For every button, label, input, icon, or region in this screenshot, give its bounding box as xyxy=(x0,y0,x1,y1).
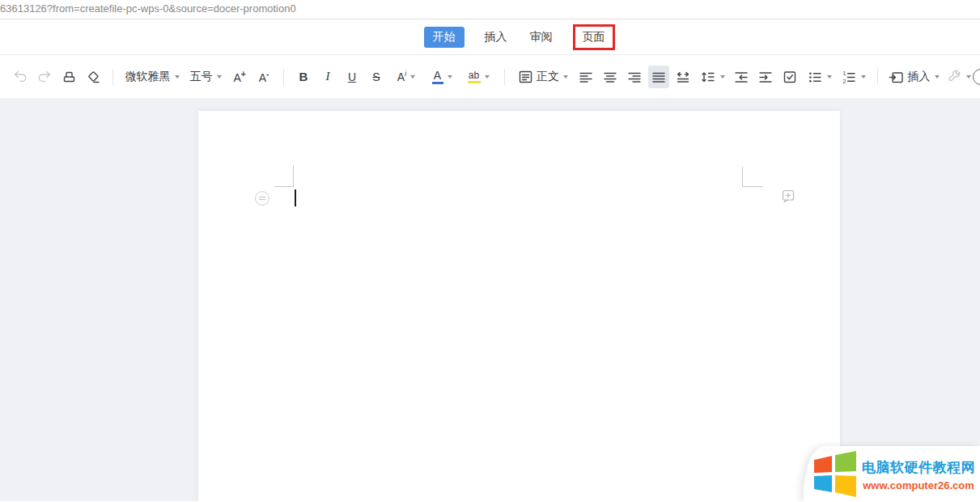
numbered-list-icon: 1 2 xyxy=(841,70,857,84)
line-spacing-icon xyxy=(700,70,716,84)
align-right-button[interactable] xyxy=(624,66,645,88)
bullet-list-button[interactable] xyxy=(804,66,834,88)
chevron-down-icon xyxy=(720,75,725,79)
add-comment-button[interactable] xyxy=(782,189,795,206)
underline-icon: U xyxy=(348,70,356,83)
text-cursor xyxy=(295,189,296,206)
decrease-font-button[interactable]: A- xyxy=(253,66,274,88)
decrease-indent-button[interactable] xyxy=(731,66,752,88)
chevron-down-icon xyxy=(217,75,222,79)
format-painter-icon xyxy=(61,70,77,84)
format-painter-button[interactable] xyxy=(58,66,79,88)
chevron-down-icon xyxy=(861,75,866,79)
chevron-down-icon xyxy=(966,75,971,79)
chevron-down-icon xyxy=(410,75,415,79)
minus-mark: - xyxy=(266,70,269,79)
paragraph-style-value: 正文 xyxy=(537,70,559,84)
toolbar-divider xyxy=(504,69,505,85)
paragraph-handle-icon[interactable] xyxy=(255,191,269,206)
ribbon-tabgroup: 开始 插入 审阅 页面 xyxy=(424,24,615,50)
align-right-icon xyxy=(626,70,643,84)
italic-icon: I xyxy=(326,70,330,83)
margin-corner-mark-left xyxy=(274,165,294,187)
line-spacing-button[interactable] xyxy=(697,66,728,88)
bold-icon: B xyxy=(299,70,308,83)
chevron-down-icon xyxy=(935,75,940,79)
decrease-indent-icon xyxy=(733,70,749,84)
redo-button[interactable] xyxy=(34,66,55,88)
browser-url-text: 63613126?from=createfile-pc-wps-0&source… xyxy=(0,0,980,19)
toolbar-divider xyxy=(283,69,284,85)
font-color-button[interactable]: A xyxy=(426,66,458,88)
tools-icon xyxy=(947,70,962,84)
increase-font-icon: A xyxy=(233,70,240,83)
italic-button[interactable]: I xyxy=(317,66,338,88)
document-canvas: 电脑软硬件教程网 www.computer26.com xyxy=(0,98,980,501)
undo-icon xyxy=(12,70,28,83)
strikethrough-button[interactable]: S xyxy=(366,66,387,88)
chevron-down-icon xyxy=(448,75,452,79)
tab-review[interactable]: 审阅 xyxy=(528,27,555,48)
superscript-icon: Ai xyxy=(397,70,406,83)
formatting-toolbar: 微软雅黑 五号 A+ A- B I U S Ai xyxy=(0,55,980,98)
increase-indent-icon xyxy=(757,70,774,84)
toolbar-divider xyxy=(877,69,878,85)
highlight-color-button[interactable]: ab xyxy=(461,66,495,88)
site-logo-icon xyxy=(810,449,859,500)
watermark-site-url: www.computer26.com xyxy=(863,479,974,491)
font-name-select[interactable]: 微软雅黑 xyxy=(122,66,182,88)
letter-spacing-button[interactable] xyxy=(672,66,694,88)
checkbox-icon xyxy=(782,70,798,84)
paragraph-style-select[interactable]: 正文 xyxy=(514,66,572,88)
justify-icon xyxy=(651,70,667,84)
align-left-button[interactable] xyxy=(575,66,596,88)
font-color-icon: A xyxy=(432,70,443,84)
tab-insert[interactable]: 插入 xyxy=(482,27,510,48)
chevron-down-icon xyxy=(175,75,180,79)
insert-menu-button[interactable]: 插入 xyxy=(887,66,940,88)
increase-font-button[interactable]: A+ xyxy=(229,66,250,88)
chevron-down-icon xyxy=(827,75,832,79)
watermark-text: 电脑软硬件教程网 www.computer26.com xyxy=(862,458,975,491)
svg-text:2: 2 xyxy=(842,78,846,83)
watermark-site-name: 电脑软硬件教程网 xyxy=(862,458,975,477)
clear-format-button[interactable] xyxy=(83,66,104,88)
comment-add-icon xyxy=(782,189,795,203)
insert-icon xyxy=(889,70,905,84)
numbered-list-button[interactable]: 1 2 xyxy=(838,66,868,88)
justify-button[interactable] xyxy=(648,66,669,88)
align-center-button[interactable] xyxy=(600,66,621,88)
site-watermark: 电脑软硬件教程网 www.computer26.com xyxy=(804,446,980,501)
chevron-down-icon xyxy=(485,75,490,79)
font-size-select[interactable]: 五号 xyxy=(185,66,226,88)
tools-button[interactable] xyxy=(944,66,974,88)
paragraph-style-icon xyxy=(518,70,533,84)
tab-home[interactable]: 开始 xyxy=(424,27,465,48)
font-size-value: 五号 xyxy=(190,70,213,84)
superscript-button[interactable]: Ai xyxy=(390,66,422,88)
bullet-list-icon xyxy=(807,70,823,84)
font-name-value: 微软雅黑 xyxy=(125,70,171,84)
undo-button[interactable] xyxy=(10,66,31,88)
margin-corner-mark-right xyxy=(742,167,763,187)
checkbox-list-button[interactable] xyxy=(779,66,800,88)
highlight-icon: ab xyxy=(468,70,481,83)
svg-text:1: 1 xyxy=(842,70,846,76)
insert-label: 插入 xyxy=(908,70,931,84)
tab-page[interactable]: 页面 xyxy=(573,24,615,50)
decrease-font-icon: A xyxy=(259,70,266,83)
eraser-icon xyxy=(85,70,101,84)
align-center-icon xyxy=(602,70,618,84)
ribbon-tabbar: 开始 插入 审阅 页面 xyxy=(0,19,980,55)
redo-icon xyxy=(36,70,53,83)
bold-button[interactable]: B xyxy=(293,66,314,88)
underline-button[interactable]: U xyxy=(342,66,363,88)
strikethrough-icon: S xyxy=(372,70,380,83)
letter-spacing-icon xyxy=(675,70,691,84)
chevron-down-icon xyxy=(563,75,568,79)
increase-indent-button[interactable] xyxy=(755,66,776,88)
plus-mark: + xyxy=(241,70,246,79)
align-left-icon xyxy=(578,70,594,84)
toolbar-divider xyxy=(112,69,113,85)
wps-online-editor: 63613126?from=createfile-pc-wps-0&source… xyxy=(0,0,980,502)
